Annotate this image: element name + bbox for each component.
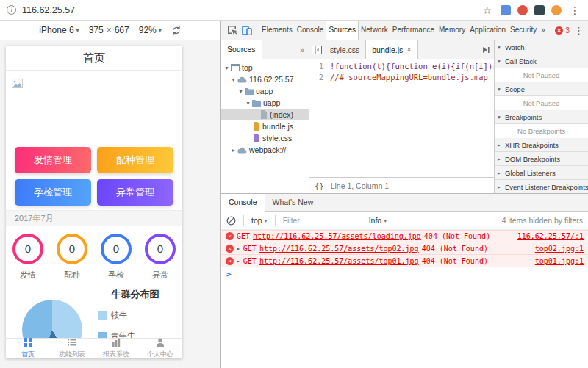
console-message-url[interactable]: http://116.62.25.57/assets/loading.jpg <box>253 232 421 240</box>
sources-navigator: Sources » ▾ top ▾ 116.62.25.57 <box>221 40 309 193</box>
chevron-down-icon: ▾ <box>245 100 251 107</box>
console-filter-input[interactable] <box>283 216 364 225</box>
tab-report-system[interactable]: 报表系统 <box>94 339 138 358</box>
abnormal-management-button[interactable]: 异常管理 <box>97 179 173 206</box>
section-label: Breakpoints <box>505 113 542 121</box>
tab-home[interactable]: 首页 <box>6 339 50 358</box>
extension-icon[interactable] <box>517 5 528 15</box>
console-message-status: 404 (Not Found) <box>422 257 488 265</box>
console-source-link[interactable]: top01.jpg:1 <box>528 257 584 265</box>
section-breakpoints[interactable]: ▾ Breakpoints <box>495 110 588 124</box>
stat-ring: 0 <box>12 234 43 264</box>
navigator-toggle-icon[interactable] <box>309 40 324 59</box>
tree-label: 116.62.25.57 <box>249 75 294 84</box>
section-event-listener-breakpoints[interactable]: ▸ Event Listener Breakpoints <box>495 180 588 193</box>
tab-security[interactable]: Security <box>508 21 539 40</box>
tab-personal-center[interactable]: 个人中心 <box>138 339 182 358</box>
legend-swatch <box>98 311 107 320</box>
line-number: 1 <box>309 61 327 72</box>
devtools-panel: Elements Console Sources Network Perform… <box>220 21 588 368</box>
editor-tab-bundle-js[interactable]: bundle.js × <box>365 40 417 59</box>
device-toggle-icon[interactable] <box>240 21 254 40</box>
stat-label: 配种 <box>50 270 94 281</box>
browser-address-bar: i 116.62.25.57 ☆ ⋮ <box>0 0 588 21</box>
pregnancy-check-button[interactable]: 孕检管理 <box>15 179 91 206</box>
chevron-down-icon: ▾ <box>237 88 244 95</box>
editor-status-bar: {} Line 1, Column 1 <box>309 177 494 193</box>
tree-item-index[interactable]: (index) <box>221 109 309 120</box>
extension-icon[interactable] <box>551 5 562 15</box>
extension-icon[interactable] <box>501 5 511 15</box>
console-source-link[interactable]: top02.jpg:1 <box>528 245 584 253</box>
close-icon[interactable]: × <box>406 46 411 54</box>
tree-item-domain[interactable]: ▾ 116.62.25.57 <box>221 73 309 85</box>
section-watch[interactable]: ▾ Watch <box>495 40 588 54</box>
page-info-icon[interactable]: i <box>7 5 16 15</box>
log-level-select[interactable]: Info ▾ <box>369 216 387 225</box>
console-message-url[interactable]: http://116.62.25.57/assets/top02.jpg <box>259 245 419 253</box>
expand-triangle-icon[interactable]: ▸ <box>237 245 240 252</box>
zoom-select[interactable]: 92% ▾ <box>139 25 162 35</box>
drawer-tab-whats-new[interactable]: What's New <box>265 194 321 212</box>
breakpoints-note: No Breakpoints <box>495 124 588 138</box>
device-toolbar: iPhone 6 ▾ 375 × 667 92% ▾ <box>0 21 220 40</box>
rotate-device-icon[interactable] <box>171 26 182 35</box>
error-icon: × <box>226 257 234 265</box>
browser-menu-icon[interactable]: ⋮ <box>568 5 581 15</box>
section-dom-breakpoints[interactable]: ▸ DOM Breakpoints <box>495 152 588 166</box>
tab-application[interactable]: Application <box>467 21 508 40</box>
error-count-badge[interactable]: × 3 <box>555 26 570 35</box>
estrus-management-button[interactable]: 发情管理 <box>15 147 91 173</box>
breeding-management-button[interactable]: 配种管理 <box>97 147 173 173</box>
tab-console[interactable]: Console <box>295 21 326 40</box>
inspect-element-icon[interactable] <box>225 21 240 40</box>
tree-label: uapp <box>263 98 280 107</box>
scope-note: Not Paused <box>495 96 588 110</box>
url-text[interactable]: 116.62.25.57 <box>22 5 75 15</box>
extension-icon[interactable] <box>534 5 545 15</box>
tab-elements[interactable]: Elements <box>259 21 295 40</box>
viewport-width[interactable]: 375 <box>89 25 104 35</box>
error-icon: × <box>226 232 234 240</box>
device-select[interactable]: iPhone 6 ▾ <box>39 25 79 35</box>
console-message-url[interactable]: http://116.62.25.57/assets/top01.jpg <box>259 257 419 265</box>
tab-memory[interactable]: Memory <box>437 21 467 40</box>
run-snippet-icon[interactable] <box>481 46 494 54</box>
section-global-listeners[interactable]: ▸ Global Listeners <box>495 166 588 180</box>
tree-item-bundle-js[interactable]: bundle.js <box>221 120 309 132</box>
cloud-icon <box>237 147 247 154</box>
tree-item-webpack[interactable]: ▸ webpack:// <box>221 144 309 156</box>
tree-label: style.css <box>262 134 292 142</box>
chevron-right-icon: ▸ <box>498 184 505 190</box>
chevron-down-icon: ▾ <box>498 44 505 51</box>
more-tabs-icon[interactable]: » <box>539 21 548 40</box>
pretty-print-icon[interactable]: {} <box>315 181 324 190</box>
navigator-more-icon[interactable]: » <box>300 46 309 54</box>
bookmark-star-icon[interactable]: ☆ <box>482 5 492 15</box>
tree-item-folder[interactable]: ▾ uapp <box>221 85 309 97</box>
tree-item-style-css[interactable]: style.css <box>221 132 309 144</box>
tab-sources[interactable]: Sources <box>326 21 359 40</box>
tree-item-folder[interactable]: ▾ uapp <box>221 97 309 109</box>
section-xhr-breakpoints[interactable]: ▸ XHR Breakpoints <box>495 138 588 152</box>
console-error-row: × GET http://116.62.25.57/assets/loading… <box>221 230 588 242</box>
section-label: Watch <box>505 43 525 51</box>
devtools-menu-icon[interactable]: ⋮ <box>574 26 584 35</box>
section-scope[interactable]: ▾ Scope <box>495 82 588 96</box>
section-call-stack[interactable]: ▾ Call Stack <box>495 54 588 68</box>
editor-tab-style-css[interactable]: style.css <box>324 40 365 59</box>
code-editor[interactable]: 1 !function(t){function e(i){if(n[i])ret… <box>309 59 494 177</box>
context-select[interactable]: top ▾ <box>251 216 268 225</box>
navigator-tab-sources[interactable]: Sources <box>221 40 262 59</box>
tree-item-top[interactable]: ▾ top <box>221 62 309 73</box>
drawer-tab-console[interactable]: Console <box>221 194 265 212</box>
tab-performance[interactable]: Performance <box>390 21 437 40</box>
clear-console-icon[interactable] <box>226 216 236 226</box>
viewport-height[interactable]: 667 <box>115 25 129 35</box>
tab-function-list[interactable]: 功能列表 <box>50 339 94 358</box>
console-source-link[interactable]: 116.62.25.57/:1 <box>510 232 584 240</box>
folder-icon <box>252 99 261 107</box>
expand-triangle-icon[interactable]: ▸ <box>237 258 240 264</box>
tab-network[interactable]: Network <box>359 21 390 40</box>
console-prompt[interactable]: > <box>221 267 588 281</box>
